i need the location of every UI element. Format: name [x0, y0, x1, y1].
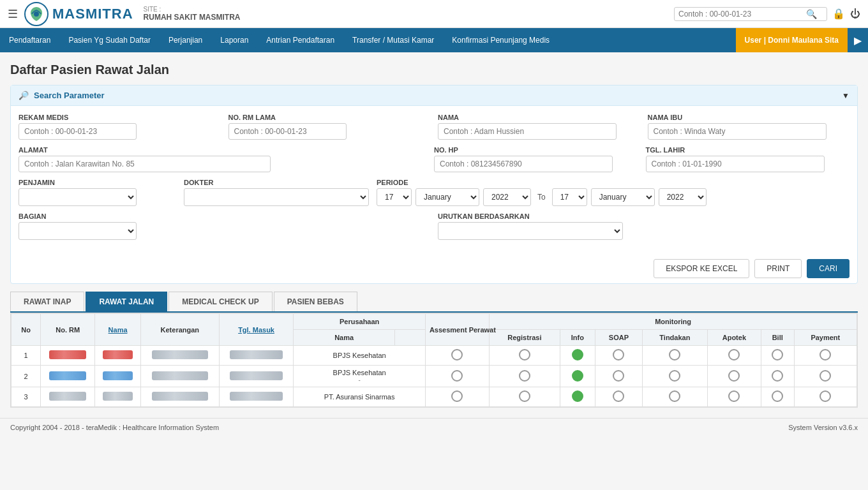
th-registrasi: Registrasi	[490, 330, 560, 346]
nav-konfirmasi[interactable]: Konfirmasi Penunjang Medis	[443, 28, 558, 52]
tab-rawat-inap[interactable]: RAWAT INAP	[10, 292, 84, 311]
th-no-rm: No. RM	[41, 314, 95, 346]
periode-month-from[interactable]: January	[415, 188, 479, 206]
radio-apotek-2[interactable]	[728, 370, 740, 382]
topbar-right: 🔍 🔒 ⏻	[674, 7, 860, 21]
alamat-label: ALAMAT	[19, 146, 426, 154]
nav-antrian[interactable]: Antrian Pendaftaran	[257, 28, 343, 52]
nav-laporan[interactable]: Laporan	[211, 28, 257, 52]
footer-version: System Version v3.6.x	[788, 424, 858, 431]
cell-bill	[761, 346, 794, 366]
th-perusahaan-nama: Nama	[294, 330, 395, 346]
table-row: 2 BPJS Kesehatan -	[11, 366, 857, 387]
radio-payment-3[interactable]	[819, 390, 831, 402]
radio-assesment-2[interactable]	[451, 370, 463, 382]
radio-bill-3[interactable]	[772, 390, 783, 402]
no-hp-input[interactable]	[434, 156, 613, 172]
radio-tindakan-3[interactable]	[669, 390, 680, 402]
tgl-lahir-input[interactable]	[646, 156, 825, 172]
nama-label: NAMA	[438, 114, 640, 121]
th-perusahaan: Perusahaan	[294, 314, 426, 330]
bagian-select[interactable]	[19, 222, 137, 240]
chevron-down-icon: ▼	[842, 91, 849, 100]
cell-apotek	[707, 346, 761, 366]
tab-pasien-bebas[interactable]: PASIEN BEBAS	[274, 292, 357, 311]
rekam-medis-label: REKAM MEDIS	[19, 114, 221, 121]
print-button[interactable]: PRINT	[754, 259, 802, 278]
penjamin-select[interactable]	[19, 188, 137, 206]
nama-input[interactable]	[438, 123, 617, 140]
periode-inputs: 17 January 2022 To 17 January 2022	[377, 188, 849, 206]
periode-year-to[interactable]: 2022	[659, 188, 707, 206]
menu-icon[interactable]: ☰	[8, 7, 18, 21]
radio-assesment-1[interactable]	[451, 349, 463, 360]
periode-label: PERIODE	[377, 179, 849, 186]
radio-tindakan-2[interactable]	[669, 370, 680, 382]
radio-registrasi-1[interactable]	[519, 349, 530, 360]
nav-pasien[interactable]: Pasien Yg Sudah Daftar	[59, 28, 160, 52]
radio-info-2[interactable]	[572, 370, 583, 382]
tab-rawat-jalan[interactable]: RAWAT JALAN	[86, 292, 167, 311]
radio-registrasi-2[interactable]	[519, 370, 530, 382]
th-keterangan: Keterangan	[140, 314, 219, 346]
cell-bill	[761, 387, 794, 407]
radio-info-1[interactable]	[572, 349, 583, 360]
th-tgl-masuk-link[interactable]: Tgl. Masuk	[238, 326, 274, 334]
urutkan-label: URUTKAN BERDASARKAN	[438, 212, 849, 220]
user-badge: User | Donni Maulana Sita	[736, 28, 848, 52]
radio-payment-1[interactable]	[819, 349, 831, 360]
form-row-4: BAGIAN URUTKAN BERDASARKAN	[19, 212, 849, 240]
radio-payment-2[interactable]	[819, 370, 831, 382]
table-row: 3 PT. Asuransi Sinarmas	[11, 387, 857, 407]
cell-payment	[794, 366, 857, 387]
radio-soap-1[interactable]	[613, 349, 624, 360]
nama-ibu-input[interactable]	[648, 123, 827, 140]
periode-day-to[interactable]: 17	[552, 188, 587, 206]
radio-apotek-1[interactable]	[728, 349, 740, 360]
radio-bill-2[interactable]	[772, 370, 783, 382]
cell-soap	[595, 387, 643, 407]
lock-icon[interactable]: 🔒	[832, 8, 845, 20]
cell-info	[560, 387, 595, 407]
nav-pendaftaran[interactable]: Pendaftaran	[0, 28, 59, 52]
tab-medical-checkup[interactable]: MEDICAL CHECK UP	[168, 292, 272, 311]
search-icon[interactable]: 🔍	[806, 9, 817, 19]
radio-apotek-3[interactable]	[728, 390, 740, 402]
nav-arrow-icon[interactable]: ▶	[848, 34, 868, 47]
export-excel-button[interactable]: EKSPOR KE EXCEL	[654, 259, 749, 278]
penjamin-group: PENJAMIN	[19, 179, 176, 206]
search-button[interactable]: CARI	[807, 259, 849, 278]
radio-bill-1[interactable]	[772, 349, 783, 360]
radio-soap-2[interactable]	[613, 370, 624, 382]
power-icon[interactable]: ⏻	[850, 8, 860, 20]
th-nama-link[interactable]: Nama	[108, 326, 128, 334]
periode-month-to[interactable]: January	[591, 188, 655, 206]
radio-registrasi-3[interactable]	[519, 390, 530, 402]
form-row-1: REKAM MEDIS NO. RM LAMA NAMA NAMA IBU	[19, 114, 849, 140]
search-panel-header[interactable]: 🔎 Search Parameter ▼	[11, 85, 857, 106]
rekam-medis-input[interactable]	[19, 123, 137, 140]
nama-ibu-group: NAMA IBU	[648, 114, 850, 140]
urutkan-select[interactable]	[438, 222, 623, 240]
alamat-input[interactable]	[19, 156, 271, 172]
th-info: Info	[560, 330, 595, 346]
patient-search-input[interactable]	[678, 10, 806, 19]
th-tgl-masuk: Tgl. Masuk	[219, 314, 294, 346]
page-title: Daftar Pasien Rawat Jalan	[10, 63, 858, 77]
dokter-select[interactable]	[184, 188, 369, 206]
nama-ibu-label: NAMA IBU	[648, 114, 850, 121]
radio-soap-3[interactable]	[613, 390, 624, 402]
radio-tindakan-1[interactable]	[669, 349, 680, 360]
footer-copyright: Copyright 2004 - 2018 - teraMedik : Heal…	[10, 424, 219, 431]
nav-transfer[interactable]: Transfer / Mutasi Kamar	[343, 28, 443, 52]
nav-perjanjian[interactable]: Perjanjian	[160, 28, 211, 52]
periode-year-from[interactable]: 2022	[483, 188, 531, 206]
radio-info-3[interactable]	[572, 390, 583, 402]
radio-assesment-3[interactable]	[451, 390, 463, 402]
bagian-label: BAGIAN	[19, 212, 430, 220]
logo-icon	[24, 2, 49, 26]
no-rm-lama-input[interactable]	[228, 123, 347, 140]
periode-day-from[interactable]: 17	[377, 188, 412, 206]
cell-soap	[595, 366, 643, 387]
cell-company-name: BPJS Kesehatan -	[294, 366, 426, 387]
